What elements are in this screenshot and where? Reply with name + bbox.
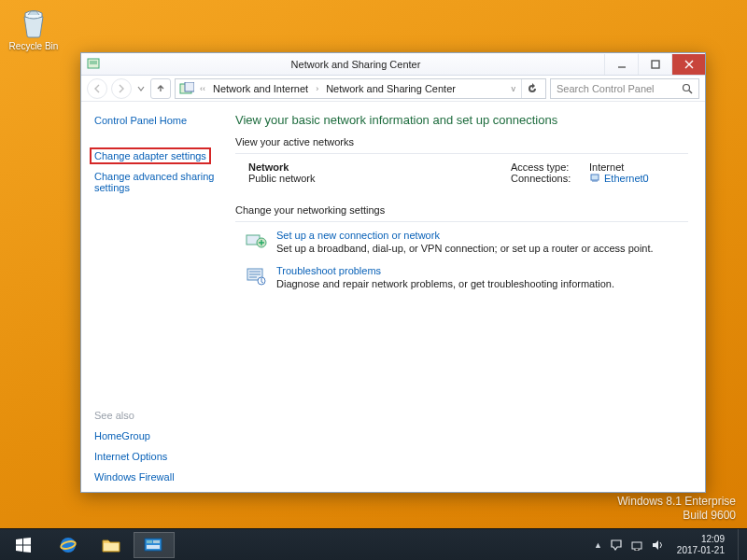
desktop-watermark: Windows 8.1 Enterprise Build 9600 — [617, 495, 736, 523]
sidebar-internet-options[interactable]: Internet Options — [94, 451, 217, 462]
taskbar: ▲ 12:09 2017-01-21 — [0, 528, 747, 560]
recycle-bin-icon — [17, 6, 50, 39]
start-button[interactable] — [0, 529, 47, 561]
chevron-right-icon: › — [314, 84, 320, 93]
window-icon — [85, 56, 102, 73]
sidebar-control-panel-home[interactable]: Control Panel Home — [94, 115, 217, 126]
window-title: Network and Sharing Center — [107, 59, 604, 70]
taskbar-explorer[interactable] — [91, 532, 132, 558]
ethernet-icon — [589, 173, 600, 184]
svg-rect-5 — [591, 175, 599, 180]
address-bar[interactable]: ‹‹ Network and Internet › Network and Sh… — [175, 78, 546, 99]
svg-rect-15 — [153, 540, 160, 543]
clock-time: 12:09 — [677, 534, 725, 545]
search-placeholder: Search Control Panel — [557, 83, 682, 94]
taskbar-ie[interactable] — [48, 532, 89, 558]
sidebar: Control Panel Home Change adapter settin… — [81, 102, 226, 492]
network-name: Network — [248, 161, 501, 173]
windows-logo-icon — [14, 536, 33, 554]
svg-rect-16 — [147, 545, 160, 549]
connection-name: Ethernet0 — [604, 173, 649, 184]
tray-clock[interactable]: 12:09 2017-01-21 — [671, 534, 730, 556]
active-network-row: Network Public network Access type: Inte… — [235, 161, 688, 184]
control-panel-window: Network and Sharing Center ‹‹ Network an… — [80, 52, 706, 493]
divider — [235, 153, 688, 154]
titlebar: Network and Sharing Center — [81, 53, 705, 76]
folder-icon — [101, 536, 121, 554]
link-setup-connection[interactable]: Set up a new connection or network — [276, 230, 440, 241]
svg-rect-3 — [185, 82, 194, 91]
item-troubleshoot: Troubleshoot problems Diagnose and repai… — [245, 265, 688, 289]
access-type-label: Access type: — [511, 161, 584, 173]
action-center-icon[interactable] — [610, 539, 623, 551]
sidebar-windows-firewall[interactable]: Windows Firewall — [94, 471, 217, 483]
nav-history-dropdown[interactable] — [135, 78, 147, 99]
connections-label: Connections: — [511, 173, 584, 184]
close-button[interactable] — [671, 54, 705, 75]
chevron-right-icon: ‹‹ — [198, 84, 207, 93]
maximize-button[interactable] — [638, 54, 671, 75]
svg-rect-13 — [145, 539, 162, 551]
see-also-heading: See also — [94, 410, 217, 421]
desc-setup-connection: Set up a broadband, dial-up, or VPN conn… — [276, 243, 654, 254]
access-type-value: Internet — [589, 161, 624, 173]
refresh-button[interactable] — [521, 79, 542, 98]
svg-rect-14 — [147, 540, 152, 543]
system-tray: ▲ 12:09 2017-01-21 — [586, 529, 747, 561]
label-change-settings: Change your networking settings — [235, 204, 688, 216]
page-heading: View your basic network information and … — [235, 113, 688, 127]
sidebar-homegroup[interactable]: HomeGroup — [94, 430, 217, 441]
connection-link[interactable]: Ethernet0 — [589, 173, 649, 184]
sidebar-change-adapter-settings[interactable]: Change adapter settings — [94, 150, 217, 161]
minimize-button[interactable] — [604, 54, 638, 75]
link-troubleshoot[interactable]: Troubleshoot problems — [276, 265, 381, 276]
watermark-line1: Windows 8.1 Enterprise — [617, 495, 736, 509]
main-content: View your basic network information and … — [226, 102, 705, 492]
watermark-line2: Build 9600 — [617, 509, 736, 523]
divider — [235, 221, 688, 222]
svg-point-4 — [684, 84, 690, 91]
troubleshoot-icon — [245, 265, 267, 287]
network-type: Public network — [248, 173, 501, 184]
nav-back-button[interactable] — [87, 78, 107, 99]
svg-rect-17 — [632, 542, 641, 549]
desc-troubleshoot: Diagnose and repair network problems, or… — [276, 278, 614, 289]
svg-rect-1 — [652, 61, 659, 68]
breadcrumb-network-sharing[interactable]: Network and Sharing Center — [324, 83, 458, 94]
item-setup-connection: Set up a new connection or network Set u… — [245, 230, 688, 254]
navigation-bar: ‹‹ Network and Internet › Network and Sh… — [81, 76, 705, 102]
taskbar-control-panel[interactable] — [134, 532, 175, 558]
address-dropdown-icon[interactable]: v — [510, 84, 518, 93]
svg-point-10 — [61, 538, 76, 553]
clock-date: 2017-01-21 — [677, 545, 725, 556]
show-desktop-button[interactable] — [738, 529, 745, 561]
desktop-recycle-bin[interactable]: Recycle Bin — [6, 6, 62, 51]
search-icon — [682, 83, 693, 94]
tray-chevron-up-icon[interactable]: ▲ — [594, 540, 602, 550]
control-panel-taskbar-icon — [144, 537, 164, 553]
breadcrumb-network-internet[interactable]: Network and Internet — [211, 83, 310, 94]
volume-icon[interactable] — [651, 539, 664, 551]
search-input[interactable]: Search Control Panel — [550, 78, 699, 99]
network-tray-icon[interactable] — [630, 539, 643, 551]
desktop-recycle-bin-label: Recycle Bin — [6, 41, 62, 51]
ie-icon — [58, 535, 78, 555]
setup-connection-icon — [245, 230, 267, 252]
label-active-networks: View your active networks — [235, 136, 688, 147]
nav-forward-button[interactable] — [111, 78, 132, 99]
sidebar-change-advanced-sharing[interactable]: Change advanced sharing settings — [94, 171, 217, 193]
control-panel-icon — [179, 82, 194, 95]
nav-up-button[interactable] — [150, 78, 171, 99]
svg-rect-12 — [104, 543, 119, 551]
